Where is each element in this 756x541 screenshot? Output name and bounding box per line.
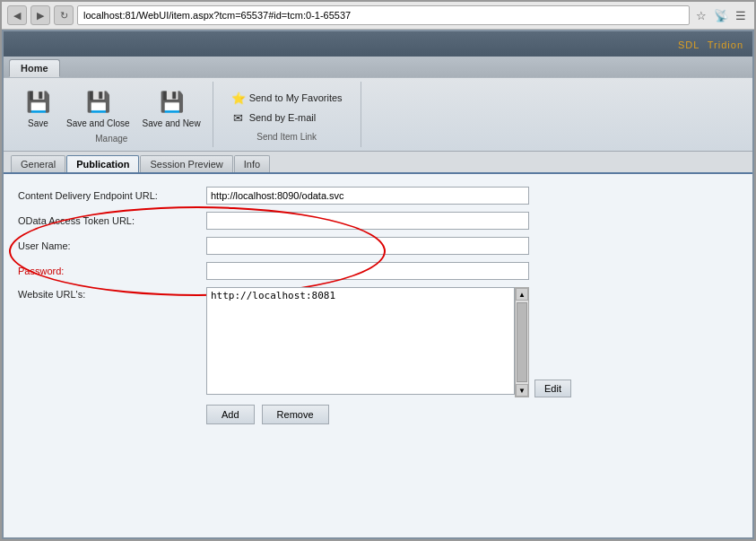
add-button[interactable]: Add (206, 405, 255, 424)
odata-token-label: OData Access Token URL: (18, 215, 197, 226)
send-favorites-label: Send to My Favorites (249, 92, 343, 103)
ribbon-group-send: ⭐ Send to My Favorites ✉ Send by E-mail … (213, 82, 361, 147)
scroll-up-arrow[interactable]: ▲ (516, 288, 528, 301)
website-url-textarea[interactable]: http://localhost:8081 (206, 287, 515, 395)
website-url-textarea-container: http://localhost:8081 ▲ ▼ (206, 287, 529, 397)
tab-session-preview[interactable]: Session Preview (140, 155, 232, 172)
send-email-button[interactable]: ✉ Send by E-mail (228, 109, 346, 127)
save-new-button[interactable]: 💾 Save and New (138, 85, 205, 132)
scroll-down-arrow[interactable]: ▼ (516, 384, 528, 397)
ribbon-tabs: Home (4, 57, 752, 77)
ribbon-group-manage: 💾 Save 💾 Save and Close 💾 Save and New M… (11, 82, 213, 147)
send-buttons: ⭐ Send to My Favorites ✉ Send by E-mail (221, 85, 353, 130)
website-url-row: Website URL's: http://localhost:8081 ▲ ▼… (18, 287, 738, 397)
menu-icon[interactable]: ☰ (733, 7, 749, 23)
save-icon: 💾 (24, 88, 53, 117)
forward-button[interactable]: ▶ (30, 5, 50, 25)
sdl-logo: SDL Tridion (675, 36, 743, 52)
save-close-label: Save and Close (66, 118, 130, 129)
save-close-icon: 💾 (83, 88, 112, 117)
odata-section: OData Access Token URL: User Name: Passw… (18, 212, 738, 280)
remove-button[interactable]: Remove (262, 405, 329, 424)
scroll-thumb[interactable] (517, 302, 527, 382)
username-row: User Name: (18, 237, 738, 255)
rss-icon[interactable]: 📡 (713, 7, 729, 23)
scrollbar: ▲ ▼ (515, 287, 529, 397)
main-content: Content Delivery Endpoint URL: OData Acc… (4, 174, 752, 537)
username-input[interactable] (206, 237, 529, 255)
ribbon: Home 💾 Save 💾 Save and Close (4, 57, 752, 152)
app-topbar: SDL Tridion (4, 31, 752, 57)
edit-button[interactable]: Edit (534, 380, 571, 397)
tab-general[interactable]: General (11, 155, 65, 172)
bottom-buttons: Add Remove (206, 405, 738, 424)
sdl-text: SDL (678, 39, 700, 50)
tridion-text: Tridion (708, 39, 743, 50)
back-button[interactable]: ◀ (7, 5, 27, 25)
favorites-icon: ⭐ (231, 91, 246, 105)
save-label: Save (28, 118, 48, 129)
email-icon: ✉ (231, 110, 246, 125)
send-favorites-button[interactable]: ⭐ Send to My Favorites (228, 89, 346, 107)
endpoint-url-row: Content Delivery Endpoint URL: (18, 187, 738, 205)
send-email-label: Send by E-mail (249, 112, 317, 123)
app-container: SDL Tridion Home 💾 Save 💾 (2, 30, 754, 539)
ribbon-content: 💾 Save 💾 Save and Close 💾 Save and New M… (4, 77, 752, 151)
password-row: Password: (18, 262, 738, 280)
bookmark-icon[interactable]: ☆ (693, 7, 709, 23)
save-new-icon: 💾 (157, 88, 186, 117)
tab-info[interactable]: Info (234, 155, 270, 172)
odata-token-row: OData Access Token URL: (18, 212, 738, 230)
manage-group-label: Manage (95, 134, 127, 144)
browser-frame: ◀ ▶ ↻ ☆ 📡 ☰ SDL Tridion Home (0, 0, 756, 541)
content-tabs: General Publication Session Preview Info (4, 152, 752, 174)
send-group-label: Send Item Link (221, 132, 353, 142)
url-bar[interactable] (77, 5, 690, 25)
refresh-button[interactable]: ↻ (54, 5, 74, 25)
ribbon-tab-home[interactable]: Home (9, 59, 60, 77)
browser-toolbar: ◀ ▶ ↻ ☆ 📡 ☰ (2, 2, 754, 30)
password-input[interactable] (206, 262, 529, 280)
save-close-button[interactable]: 💾 Save and Close (62, 85, 135, 132)
website-url-controls: http://localhost:8081 ▲ ▼ Edit (206, 287, 571, 397)
save-button[interactable]: 💾 Save (18, 85, 58, 132)
website-url-label: Website URL's: (18, 287, 197, 300)
username-label: User Name: (18, 240, 197, 251)
manage-buttons: 💾 Save 💾 Save and Close 💾 Save and New (18, 85, 205, 132)
odata-token-input[interactable] (206, 212, 529, 230)
password-label: Password: (18, 266, 197, 276)
tab-publication[interactable]: Publication (66, 155, 139, 172)
save-new-label: Save and New (143, 118, 201, 129)
endpoint-url-label: Content Delivery Endpoint URL: (18, 190, 197, 201)
endpoint-url-input[interactable] (206, 187, 529, 205)
